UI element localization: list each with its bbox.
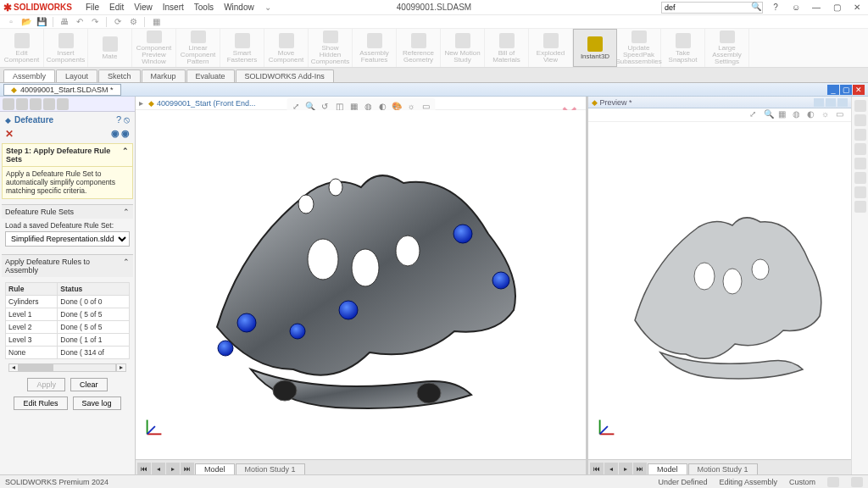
tab-evaluate[interactable]: Evaluate bbox=[186, 69, 235, 82]
tab-markup[interactable]: Markup bbox=[142, 69, 186, 82]
help-icon[interactable]: ? bbox=[768, 2, 783, 14]
tab-assembly[interactable]: Assembly bbox=[3, 69, 55, 82]
taskpane-design-lib-icon[interactable] bbox=[854, 129, 866, 141]
tree-expand-icon[interactable]: ▸ bbox=[139, 98, 143, 108]
help-icon[interactable]: ? bbox=[116, 114, 121, 125]
status-custom[interactable]: Custom bbox=[789, 478, 815, 486]
tab-layout[interactable]: Layout bbox=[56, 69, 97, 82]
ribbon-take-snapshot[interactable]: Take Snapshot bbox=[661, 29, 705, 67]
save-icon[interactable]: 💾 bbox=[36, 16, 47, 28]
ribbon-show-hidden[interactable]: Show Hidden Components bbox=[309, 29, 353, 67]
table-row[interactable]: Level 1Done ( 5 of 5 bbox=[6, 308, 130, 320]
table-row[interactable]: CylindersDone ( 0 of 0 bbox=[6, 295, 130, 308]
taskpane-home-icon[interactable] bbox=[854, 100, 866, 112]
col-rule[interactable]: Rule bbox=[6, 282, 58, 295]
fm-tab-property-icon[interactable] bbox=[16, 98, 28, 110]
mdi-maximize[interactable]: ▢ bbox=[840, 85, 852, 95]
clear-button[interactable]: Clear bbox=[70, 378, 108, 391]
ribbon-bom[interactable]: Bill of Materials bbox=[485, 29, 529, 67]
cancel-icon[interactable]: ✕ bbox=[5, 128, 14, 140]
search-input[interactable] bbox=[661, 2, 763, 14]
tab-nav-next-icon[interactable]: ▸ bbox=[166, 463, 180, 474]
mdi-close[interactable]: ✕ bbox=[853, 85, 865, 95]
tab-nav-prev-icon[interactable]: ◂ bbox=[604, 463, 618, 474]
window-restore[interactable]: ▢ bbox=[829, 2, 844, 14]
ribbon-large-assembly[interactable]: Large Assembly Settings bbox=[705, 29, 749, 67]
status-units-icon[interactable] bbox=[827, 477, 839, 487]
tab-addins[interactable]: SOLIDWORKS Add-Ins bbox=[236, 69, 334, 82]
fm-tab-tree-icon[interactable] bbox=[3, 98, 14, 110]
menu-view[interactable]: View bbox=[134, 3, 153, 12]
breadcrumb[interactable]: ◆ 40099001_Start (Front End... bbox=[148, 99, 256, 108]
collapse-icon[interactable]: ⌃ bbox=[123, 258, 130, 274]
hide-show-icon[interactable]: ◐ bbox=[807, 109, 819, 121]
status-rebuild-icon[interactable] bbox=[851, 477, 863, 487]
tab-nav-prev-icon[interactable]: ◂ bbox=[152, 463, 165, 474]
zoom-fit-icon[interactable]: ⤢ bbox=[749, 109, 761, 121]
table-row[interactable]: Level 2Done ( 5 of 5 bbox=[6, 320, 130, 333]
user-icon[interactable]: ☺ bbox=[788, 2, 804, 14]
table-row[interactable]: NoneDone ( 314 of bbox=[6, 346, 130, 358]
print-icon[interactable]: 🖶 bbox=[58, 16, 70, 28]
ribbon-move-component[interactable]: Move Component bbox=[264, 29, 309, 67]
ribbon-update-speedpak[interactable]: Update SpeedPak Subassemblies bbox=[617, 29, 661, 67]
orientation-triad[interactable] bbox=[142, 415, 166, 439]
fm-tab-dim-icon[interactable] bbox=[57, 98, 69, 110]
ribbon-smart-fasteners[interactable]: Smart Fasteners bbox=[220, 29, 264, 67]
ribbon-edit-component[interactable]: Edit Component bbox=[0, 29, 44, 67]
main-canvas[interactable] bbox=[136, 110, 586, 459]
window-close[interactable]: ✕ bbox=[849, 2, 865, 14]
taskpane-explorer-icon[interactable] bbox=[854, 143, 866, 155]
options-icon[interactable]: ⚙ bbox=[127, 16, 139, 28]
preview-triad[interactable] bbox=[595, 415, 619, 439]
section-apply-rules[interactable]: Apply Defeature Rules to Assembly ⌃ bbox=[2, 254, 133, 277]
collapse-icon[interactable]: ⌃ bbox=[122, 147, 129, 164]
menu-window[interactable]: Window bbox=[224, 3, 254, 12]
ribbon-instant3d[interactable]: Instant3D bbox=[573, 29, 617, 67]
mdi-minimize[interactable]: _ bbox=[827, 85, 839, 95]
collapse-icon[interactable]: ⌃ bbox=[123, 208, 130, 216]
menu-tools[interactable]: Tools bbox=[194, 3, 214, 12]
section-rule-sets[interactable]: Defeature Rule Sets ⌃ bbox=[2, 204, 133, 219]
tab-nav-first-icon[interactable]: ⏮ bbox=[137, 463, 151, 474]
menu-insert[interactable]: Insert bbox=[163, 3, 184, 12]
tab-motion-study[interactable]: Motion Study 1 bbox=[236, 463, 305, 474]
menu-expand-icon[interactable]: ⌄ bbox=[264, 3, 271, 12]
selection-icon[interactable]: ▦ bbox=[150, 16, 162, 28]
taskpane-appearance-icon[interactable] bbox=[854, 172, 866, 184]
apply-button[interactable]: Apply bbox=[27, 378, 65, 391]
fm-tab-display-icon[interactable] bbox=[43, 98, 55, 110]
preview-minimize[interactable] bbox=[814, 98, 824, 107]
next-step-icon[interactable]: ◉ bbox=[121, 128, 130, 140]
display-style-icon[interactable]: ◍ bbox=[793, 109, 804, 121]
ribbon-new-motion-study[interactable]: New Motion Study bbox=[441, 29, 485, 67]
scroll-left-icon[interactable]: ◂ bbox=[8, 363, 19, 372]
tab-sketch[interactable]: Sketch bbox=[98, 69, 141, 82]
table-row[interactable]: Level 3Done ( 1 of 1 bbox=[6, 333, 130, 346]
table-scrollbar[interactable]: ◂ ▸ bbox=[7, 363, 128, 373]
window-minimize[interactable]: — bbox=[809, 2, 824, 14]
fm-tab-config-icon[interactable] bbox=[30, 98, 42, 110]
ribbon-insert-components[interactable]: Insert Components bbox=[44, 29, 88, 67]
tab-nav-last-icon[interactable]: ⏭ bbox=[181, 463, 194, 474]
tab-model[interactable]: Model bbox=[195, 463, 235, 474]
taskpane-resources-icon[interactable] bbox=[854, 114, 866, 126]
tab-model[interactable]: Model bbox=[648, 463, 687, 474]
undo-icon[interactable]: ↶ bbox=[74, 16, 86, 28]
graphics-viewport[interactable]: ▸ ◆ 40099001_Start (Front End... ⤢ 🔍 ↺ ◫… bbox=[136, 97, 588, 474]
save-log-button[interactable]: Save log bbox=[73, 396, 121, 410]
zoom-area-icon[interactable]: 🔍 bbox=[764, 109, 776, 121]
ribbon-reference-geometry[interactable]: Reference Geometry bbox=[397, 29, 441, 67]
step-header[interactable]: Step 1: Apply Defeature Rule Sets ⌃ bbox=[2, 143, 133, 167]
search-icon[interactable]: 🔍 bbox=[751, 2, 761, 11]
preview-close[interactable] bbox=[837, 98, 848, 107]
ribbon-assembly-features[interactable]: Assembly Features bbox=[353, 29, 397, 67]
rule-set-combo[interactable]: Simplified Representation.slddrs bbox=[5, 231, 130, 247]
new-icon[interactable]: ▫ bbox=[5, 16, 17, 28]
ribbon-linear-pattern[interactable]: Linear Component Pattern bbox=[176, 29, 220, 67]
scene-icon[interactable]: ☼ bbox=[821, 109, 833, 121]
taskpane-view-icon[interactable] bbox=[854, 158, 866, 169]
pin-icon[interactable]: ⦸ bbox=[124, 114, 130, 125]
rebuild-icon[interactable]: ⟳ bbox=[112, 16, 124, 28]
redo-icon[interactable]: ↷ bbox=[89, 16, 101, 28]
